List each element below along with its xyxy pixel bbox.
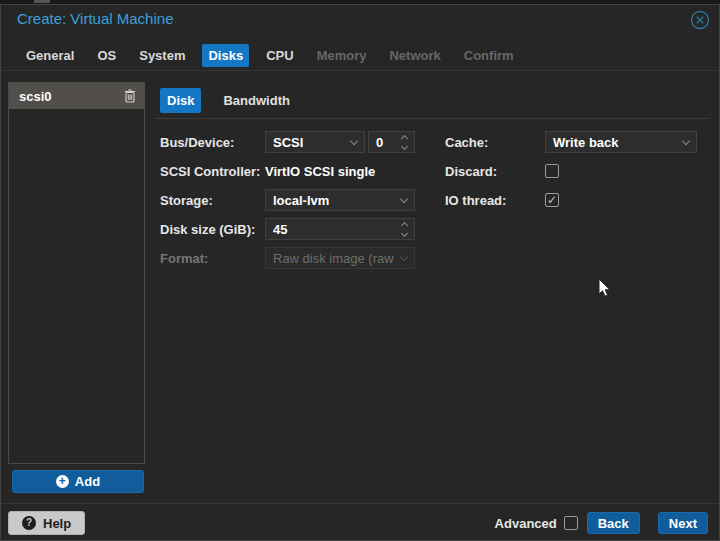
cache-select[interactable]: Write back bbox=[545, 131, 697, 153]
storage-select-value: local-lvm bbox=[273, 193, 329, 208]
disk-size-row: Disk size (GiB): 45 bbox=[160, 218, 416, 240]
wizard-tab-bar: General OS System Disks CPU Memory Netwo… bbox=[20, 44, 520, 67]
next-button[interactable]: Next bbox=[658, 512, 708, 534]
disk-list-item-scsi0[interactable]: scsi0 bbox=[9, 83, 144, 109]
io-thread-label: IO thread: bbox=[445, 193, 545, 208]
disk-size-input[interactable]: 45 bbox=[265, 218, 415, 240]
device-number-input[interactable]: 0 bbox=[368, 131, 415, 153]
add-disk-button[interactable]: + Add bbox=[12, 470, 144, 493]
subtab-disk[interactable]: Disk bbox=[160, 88, 201, 113]
cache-row: Cache: Write back bbox=[445, 131, 697, 153]
disk-size-label: Disk size (GiB): bbox=[160, 222, 265, 237]
discard-checkbox[interactable] bbox=[545, 164, 559, 178]
bus-select-value: SCSI bbox=[273, 135, 303, 150]
background-artifact bbox=[34, 0, 50, 3]
tab-confirm: Confirm bbox=[458, 44, 520, 67]
scsi-controller-label: SCSI Controller: bbox=[160, 164, 265, 179]
close-icon bbox=[690, 10, 710, 30]
disk-form-right-column: Cache: Write back Discard: IO thread: ✓ bbox=[445, 131, 697, 218]
tab-cpu[interactable]: CPU bbox=[260, 44, 299, 67]
io-thread-checkbox[interactable]: ✓ bbox=[545, 193, 559, 207]
trash-icon[interactable] bbox=[124, 89, 136, 103]
storage-select[interactable]: local-lvm bbox=[265, 189, 415, 211]
discard-label: Discard: bbox=[445, 164, 545, 179]
spinner-down-icon bbox=[401, 229, 408, 236]
io-thread-row: IO thread: ✓ bbox=[445, 189, 697, 211]
proxmox-create-vm-dialog: Create: Virtual Machine General OS Syste… bbox=[0, 0, 720, 541]
tab-network: Network bbox=[383, 44, 446, 67]
disk-list-panel: scsi0 bbox=[8, 82, 145, 464]
subtab-divider bbox=[155, 118, 710, 119]
cache-label: Cache: bbox=[445, 135, 545, 150]
spinner-up-icon bbox=[401, 221, 408, 228]
chevron-down-icon bbox=[400, 194, 408, 202]
cache-select-value: Write back bbox=[553, 135, 619, 150]
add-button-label: Add bbox=[75, 474, 100, 489]
help-button-label: Help bbox=[43, 516, 71, 531]
footer-actions: Advanced Back Next bbox=[495, 512, 708, 534]
advanced-checkbox[interactable] bbox=[564, 516, 578, 530]
discard-row: Discard: bbox=[445, 160, 697, 182]
chevron-down-icon bbox=[350, 136, 358, 144]
format-select-value: Raw disk image (raw bbox=[273, 251, 394, 266]
scsi-controller-row: SCSI Controller: VirtIO SCSI single bbox=[160, 160, 416, 182]
device-number-spinner[interactable] bbox=[402, 136, 407, 149]
tab-general[interactable]: General bbox=[20, 44, 80, 67]
chevron-down-icon bbox=[682, 136, 690, 144]
chevron-down-icon bbox=[400, 252, 408, 260]
plus-circle-icon: + bbox=[56, 475, 69, 488]
close-button[interactable] bbox=[690, 10, 710, 30]
question-circle-icon: ? bbox=[22, 516, 36, 530]
scsi-controller-value: VirtIO SCSI single bbox=[265, 164, 375, 179]
spinner-up-icon bbox=[401, 134, 408, 141]
format-label: Format: bbox=[160, 251, 265, 266]
back-button[interactable]: Back bbox=[587, 512, 640, 534]
tab-memory: Memory bbox=[311, 44, 373, 67]
spinner-down-icon bbox=[401, 142, 408, 149]
bus-device-label: Bus/Device: bbox=[160, 135, 265, 150]
storage-row: Storage: local-lvm bbox=[160, 189, 416, 211]
disk-item-label: scsi0 bbox=[19, 89, 52, 104]
advanced-label: Advanced bbox=[495, 516, 557, 531]
tab-bar-divider bbox=[1, 70, 719, 71]
device-number-value: 0 bbox=[376, 135, 383, 150]
footer-divider bbox=[1, 503, 719, 504]
dialog-title: Create: Virtual Machine bbox=[17, 10, 173, 27]
disk-size-spinner[interactable] bbox=[402, 223, 407, 236]
disk-subtab-bar: Disk Bandwidth bbox=[160, 88, 297, 113]
storage-label: Storage: bbox=[160, 193, 265, 208]
disk-size-value: 45 bbox=[273, 222, 287, 237]
checkmark-icon: ✓ bbox=[547, 194, 557, 206]
bus-select[interactable]: SCSI bbox=[265, 131, 365, 153]
disk-form-left-column: Bus/Device: SCSI 0 SCSI Controller: Virt… bbox=[160, 131, 416, 276]
help-button[interactable]: ? Help bbox=[8, 511, 85, 535]
tab-system[interactable]: System bbox=[133, 44, 191, 67]
format-row: Format: Raw disk image (raw bbox=[160, 247, 416, 269]
format-select: Raw disk image (raw bbox=[265, 247, 415, 269]
bus-device-row: Bus/Device: SCSI 0 bbox=[160, 131, 416, 153]
tab-os[interactable]: OS bbox=[91, 44, 122, 67]
subtab-bandwidth[interactable]: Bandwidth bbox=[216, 88, 296, 113]
tab-disks[interactable]: Disks bbox=[202, 44, 249, 67]
